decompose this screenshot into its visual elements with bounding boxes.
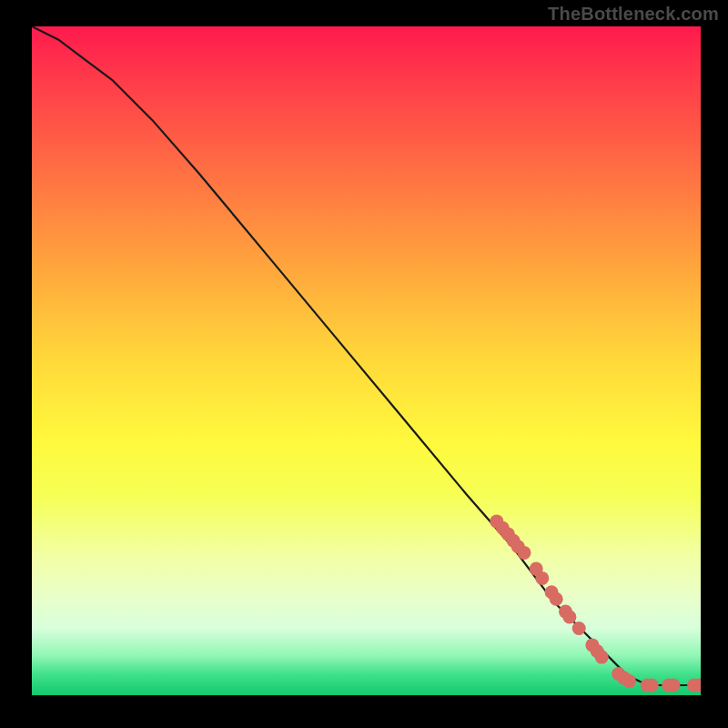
data-marker [666,679,680,693]
data-marker [622,674,636,688]
watermark-text: TheBottleneck.com [548,4,719,25]
chart-frame: TheBottleneck.com [0,0,728,728]
data-marker [550,592,563,606]
chart-svg [32,26,701,695]
data-marker [595,651,609,664]
data-marker [535,571,549,585]
data-markers [490,514,701,692]
data-marker [572,622,586,635]
plot-area [32,26,701,695]
data-marker [518,546,531,560]
bottleneck-curve [32,26,701,685]
data-marker [562,611,576,624]
data-marker [645,679,659,693]
